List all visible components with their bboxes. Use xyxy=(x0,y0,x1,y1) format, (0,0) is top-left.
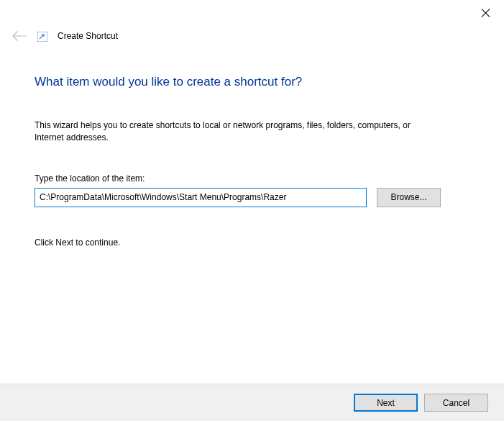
page-heading: What item would you like to create a sho… xyxy=(35,75,469,89)
browse-button[interactable]: Browse... xyxy=(377,188,441,207)
intro-text: This wizard helps you to create shortcut… xyxy=(35,119,423,145)
svg-rect-0 xyxy=(37,32,47,42)
continue-text: Click Next to continue. xyxy=(35,237,469,248)
next-button[interactable]: Next xyxy=(354,394,418,412)
cancel-button[interactable]: Cancel xyxy=(424,394,488,412)
wizard-header: Create Shortcut xyxy=(0,26,504,46)
back-arrow-icon xyxy=(12,28,27,44)
location-label: Type the location of the item: xyxy=(35,173,469,184)
location-input[interactable] xyxy=(35,188,367,207)
wizard-footer: Next Cancel xyxy=(0,384,504,421)
shortcut-icon xyxy=(37,32,47,42)
window-title: Create Shortcut xyxy=(58,31,118,41)
input-row: Browse... xyxy=(35,188,469,207)
close-icon[interactable] xyxy=(481,8,491,18)
titlebar xyxy=(0,0,504,26)
wizard-content: What item would you like to create a sho… xyxy=(0,46,504,248)
